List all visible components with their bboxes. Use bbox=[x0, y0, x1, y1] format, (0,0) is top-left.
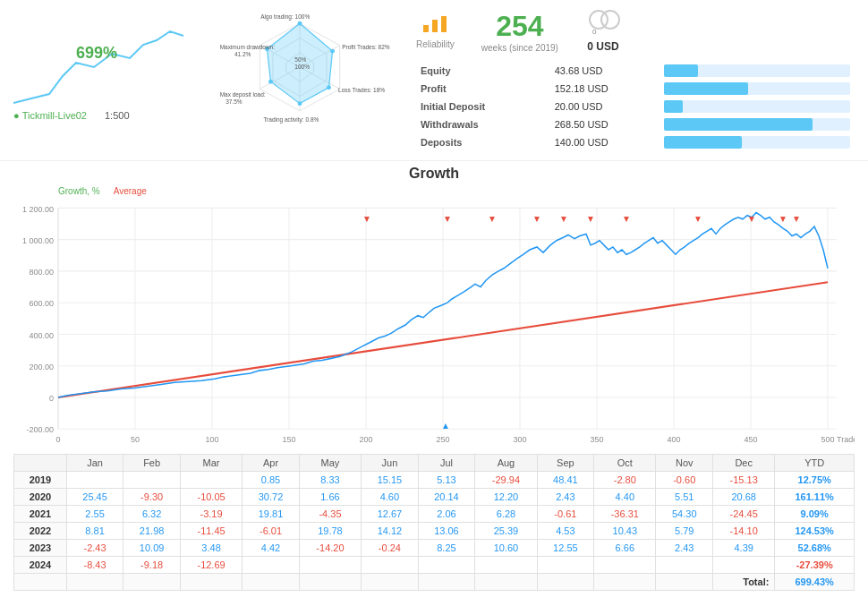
svg-text:Trades: Trades bbox=[837, 435, 855, 444]
metric-bar bbox=[660, 133, 855, 151]
total-cell bbox=[243, 574, 300, 591]
value-cell: 8.81 bbox=[66, 523, 123, 540]
table-row: 20228.8121.98-11.45-6.0119.7814.1213.062… bbox=[14, 523, 855, 540]
svg-text:37.5%: 37.5% bbox=[226, 98, 243, 105]
metric-row: Withdrawals 268.50 USD bbox=[416, 115, 855, 133]
total-cell bbox=[418, 574, 475, 591]
svg-text:250: 250 bbox=[436, 435, 449, 444]
value-cell: -6.01 bbox=[243, 523, 300, 540]
usd-block: 0 0 USD bbox=[585, 9, 621, 53]
table-header: Sep bbox=[537, 455, 594, 472]
growth-section: Growth Growth, % Average bbox=[0, 161, 868, 449]
metric-row: Initial Deposit 20.00 USD bbox=[416, 98, 855, 115]
metric-label: Deposits bbox=[416, 133, 550, 151]
value-cell: -9.30 bbox=[123, 489, 181, 506]
value-cell: -24.45 bbox=[713, 506, 775, 523]
total-cell bbox=[656, 574, 713, 591]
value-cell: 12.67 bbox=[362, 506, 419, 523]
value-cell: -14.20 bbox=[299, 540, 361, 557]
year-cell: 2023 bbox=[14, 540, 67, 557]
svg-rect-24 bbox=[423, 25, 429, 32]
table-header: Jan bbox=[66, 455, 123, 472]
svg-text:▼: ▼ bbox=[362, 214, 371, 224]
table-row: 202025.45-9.30-10.0530.721.664.6020.1412… bbox=[14, 489, 855, 506]
svg-text:▼: ▼ bbox=[443, 214, 452, 224]
svg-text:▼: ▼ bbox=[694, 214, 702, 224]
value-cell: 10.60 bbox=[475, 540, 537, 557]
value-cell: 8.33 bbox=[299, 472, 361, 489]
value-cell: 6.32 bbox=[123, 506, 181, 523]
table-header: Jun bbox=[362, 455, 419, 472]
total-row: Total:699.43% bbox=[14, 574, 855, 591]
svg-text:Profit Trades: 82%: Profit Trades: 82% bbox=[342, 44, 390, 50]
weeks-label: weeks (since 2019) bbox=[481, 43, 558, 53]
svg-point-10 bbox=[327, 85, 331, 90]
svg-text:-200.00: -200.00 bbox=[27, 425, 54, 434]
svg-text:0: 0 bbox=[49, 394, 54, 403]
svg-text:Maximum drawdown:: Maximum drawdown: bbox=[220, 44, 276, 50]
value-cell: 54.30 bbox=[656, 506, 713, 523]
svg-text:400: 400 bbox=[667, 435, 680, 444]
reliability-label: Reliability bbox=[416, 39, 455, 49]
reliability-section: Reliability 254 weeks (since 2019) 0 0 U… bbox=[416, 9, 855, 53]
value-cell: -2.80 bbox=[594, 472, 656, 489]
value-cell: 8.25 bbox=[418, 540, 475, 557]
svg-text:Max deposit load:: Max deposit load: bbox=[220, 91, 266, 98]
svg-text:500: 500 bbox=[821, 435, 834, 444]
svg-text:150: 150 bbox=[282, 435, 295, 444]
metric-bar bbox=[660, 115, 855, 133]
value-cell: 30.72 bbox=[243, 489, 300, 506]
svg-text:41.2%: 41.2% bbox=[234, 51, 251, 57]
table-row: 2024-8.43-9.18-12.69-27.39% bbox=[14, 557, 855, 574]
value-cell: -15.13 bbox=[713, 472, 775, 489]
metric-row: Profit 152.18 USD bbox=[416, 80, 855, 98]
svg-text:▲: ▲ bbox=[441, 421, 450, 431]
value-cell: -29.94 bbox=[475, 472, 537, 489]
metrics-table: Equity 43.68 USD Profit 152.18 USD Initi… bbox=[416, 62, 855, 151]
year-cell: 2019 bbox=[14, 472, 67, 489]
svg-point-11 bbox=[298, 101, 302, 106]
value-cell: -0.60 bbox=[656, 472, 713, 489]
value-cell: 19.81 bbox=[243, 506, 300, 523]
svg-text:Trading activity: 0.8%: Trading activity: 0.8% bbox=[263, 116, 319, 124]
metric-value: 140.00 USD bbox=[550, 133, 660, 151]
svg-text:50%: 50% bbox=[294, 56, 306, 63]
svg-text:▼: ▼ bbox=[792, 214, 801, 224]
value-cell bbox=[123, 472, 181, 489]
svg-text:Loss Trades: 18%: Loss Trades: 18% bbox=[338, 87, 385, 93]
value-cell: 6.28 bbox=[475, 506, 537, 523]
svg-point-8 bbox=[298, 21, 302, 26]
svg-text:▼: ▼ bbox=[532, 214, 541, 224]
value-cell: 14.12 bbox=[362, 523, 419, 540]
svg-text:100: 100 bbox=[205, 435, 218, 444]
metric-value: 268.50 USD bbox=[550, 115, 660, 133]
value-cell: 13.06 bbox=[418, 523, 475, 540]
total-cell bbox=[299, 574, 361, 591]
value-cell: -27.39% bbox=[775, 557, 855, 574]
year-cell: 2024 bbox=[14, 557, 67, 574]
value-cell: 5.79 bbox=[656, 523, 713, 540]
table-header: Nov bbox=[656, 455, 713, 472]
value-cell bbox=[418, 557, 475, 574]
value-cell: -2.43 bbox=[66, 540, 123, 557]
value-cell: -0.61 bbox=[537, 506, 594, 523]
year-cell: 2022 bbox=[14, 523, 67, 540]
svg-text:200.00: 200.00 bbox=[29, 363, 54, 371]
metric-bar bbox=[660, 62, 855, 80]
value-cell: 10.09 bbox=[123, 540, 181, 557]
value-cell: 20.14 bbox=[418, 489, 475, 506]
svg-text:▼: ▼ bbox=[747, 214, 756, 224]
svg-text:699%: 699% bbox=[76, 44, 117, 62]
value-cell: -10.05 bbox=[180, 489, 242, 506]
total-cell: Total: bbox=[713, 574, 775, 591]
svg-text:400.00: 400.00 bbox=[29, 330, 54, 339]
value-cell bbox=[713, 557, 775, 574]
value-cell: -4.35 bbox=[299, 506, 361, 523]
svg-text:800.00: 800.00 bbox=[29, 268, 54, 277]
data-table-section: JanFebMarAprMayJunJulAugSepOctNovDecYTD … bbox=[0, 454, 868, 591]
top-panel: 699% ● Tickmill-Live02 1:500 bbox=[0, 0, 868, 161]
svg-text:450: 450 bbox=[744, 435, 757, 444]
total-cell bbox=[362, 574, 419, 591]
table-row: 2023-2.4310.093.484.42-14.20-0.248.2510.… bbox=[14, 540, 855, 557]
value-cell bbox=[362, 557, 419, 574]
